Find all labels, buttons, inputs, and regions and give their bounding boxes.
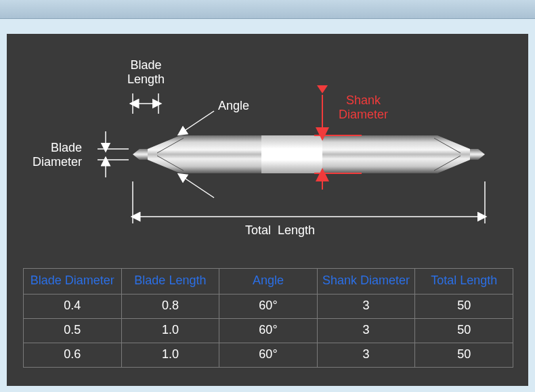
th-blade-diameter: Blade Diameter [24, 269, 122, 295]
top-banner-strip [0, 0, 535, 19]
cell-shank-diameter: 3 [317, 318, 415, 343]
blade-length-label: Blade Length [127, 58, 165, 86]
svg-rect-1 [261, 135, 322, 173]
th-blade-length: Blade Length [121, 269, 219, 295]
table-header-row: Blade Diameter Blade Length Angle Shank … [24, 269, 513, 295]
diagram-svg [24, 46, 498, 249]
total-length-label: Total Length [245, 223, 315, 238]
cell-total-length: 50 [415, 318, 513, 343]
svg-line-19 [181, 111, 214, 133]
svg-rect-0 [180, 135, 437, 173]
angle-label: Angle [218, 99, 249, 113]
svg-line-11 [434, 156, 461, 171]
svg-line-20 [181, 176, 214, 198]
th-total-length: Total Length [415, 269, 513, 295]
cell-blade-diameter: 0.5 [24, 318, 122, 343]
cell-blade-length: 1.0 [121, 318, 219, 343]
angle-dim [181, 111, 214, 198]
table-row: 0.6 1.0 60° 3 50 [24, 343, 513, 367]
content-panel: Blade Length Angle Shank Diameter Blade … [7, 34, 528, 386]
table-row: 0.5 1.0 60° 3 50 [24, 318, 513, 343]
svg-line-8 [157, 138, 184, 153]
blade-length-dim [133, 93, 158, 114]
cell-blade-length: 1.0 [121, 343, 219, 367]
cell-angle: 60° [219, 343, 318, 367]
shank-diameter-label: Shank Diameter [339, 93, 388, 121]
svg-marker-21 [317, 85, 328, 93]
spec-table: Blade Diameter Blade Length Angle Shank … [23, 268, 513, 368]
svg-rect-6 [470, 149, 478, 160]
svg-line-9 [157, 156, 184, 171]
cell-blade-length: 0.8 [121, 294, 219, 318]
drill-body-icon [133, 135, 485, 173]
total-length-dim [133, 181, 485, 223]
cell-shank-diameter: 3 [317, 294, 415, 318]
cell-total-length: 50 [415, 343, 513, 367]
cell-total-length: 50 [415, 294, 513, 318]
svg-marker-5 [133, 149, 140, 160]
tool-diagram: Blade Length Angle Shank Diameter Blade … [24, 46, 498, 249]
svg-marker-7 [478, 149, 485, 160]
th-angle: Angle [219, 269, 318, 295]
th-shank-diameter: Shank Diameter [317, 269, 415, 295]
cell-shank-diameter: 3 [317, 343, 415, 367]
cell-blade-diameter: 0.4 [24, 294, 122, 318]
cell-angle: 60° [219, 318, 318, 343]
svg-marker-2 [148, 135, 180, 173]
svg-rect-4 [140, 149, 148, 160]
blade-diameter-label: Blade Diameter [33, 141, 82, 169]
cell-blade-diameter: 0.6 [24, 343, 122, 367]
table-row: 0.4 0.8 60° 3 50 [24, 294, 513, 318]
svg-marker-3 [437, 135, 470, 173]
svg-line-10 [434, 138, 461, 153]
blade-diameter-dim [98, 131, 129, 177]
cell-angle: 60° [219, 294, 318, 318]
